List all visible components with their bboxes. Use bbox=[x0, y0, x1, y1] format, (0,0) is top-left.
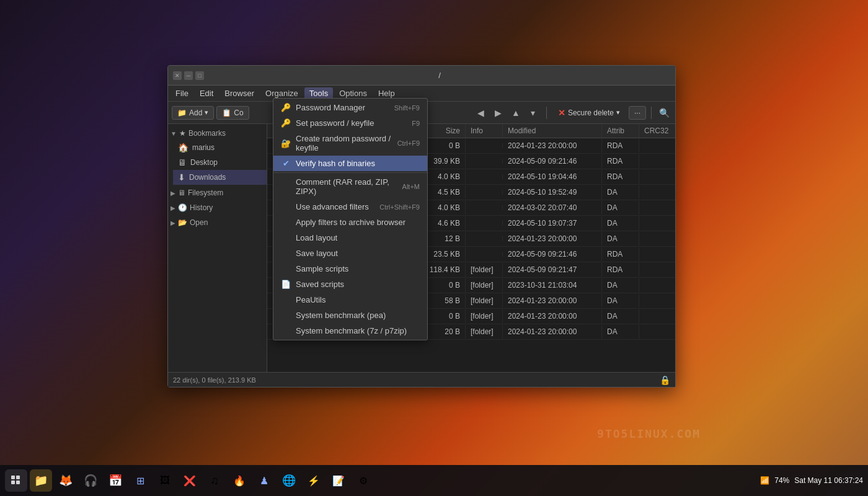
taskbar-icon9[interactable]: 🔥 bbox=[228, 469, 250, 492]
copy-button[interactable]: 📋 Co bbox=[216, 106, 249, 120]
taskbar-icon6[interactable]: 🖼 bbox=[154, 469, 176, 492]
bookmarks-label: Bookmarks bbox=[188, 129, 226, 138]
dm-label-apply-filters: Apply filters to archive browser bbox=[296, 218, 405, 227]
file-info bbox=[466, 190, 503, 195]
dm-label-load-layout: Load layout bbox=[296, 233, 337, 242]
dm-item-apply-filters[interactable]: Apply filters to archive browser bbox=[273, 215, 427, 230]
taskbar-calendar-button[interactable]: 📅 bbox=[104, 469, 126, 492]
taskbar-steam-button[interactable]: ♟ bbox=[253, 469, 275, 492]
chevron-right-icon: ▶ bbox=[170, 190, 175, 197]
chevron-down-icon: ▼ bbox=[170, 130, 177, 137]
dm-label-password-manager: Password Manager bbox=[296, 103, 365, 112]
dm-label-benchmark-7z: System benchmark (7z / p7zip) bbox=[296, 326, 407, 335]
taskbar-settings-button[interactable]: ⚙ bbox=[352, 469, 374, 492]
file-attrib: DA bbox=[602, 278, 639, 292]
file-crc bbox=[639, 314, 675, 319]
dm-label-create-password: Create random password / keyfile bbox=[296, 134, 392, 153]
more-options-button[interactable]: ··· bbox=[629, 106, 646, 120]
dm-label-verify-hash: Verify hash of binaries bbox=[296, 159, 375, 168]
nav-dropdown-button[interactable]: ▾ bbox=[526, 106, 540, 120]
taskbar-vm-button[interactable]: ⊞ bbox=[129, 469, 151, 492]
file-attrib: DA bbox=[602, 232, 639, 246]
file-modified: 2024-01-23 20:00:00 bbox=[503, 325, 602, 339]
minimize-button[interactable]: ─ bbox=[184, 71, 193, 80]
dm-item-sample-scripts[interactable]: Sample scripts bbox=[273, 261, 427, 277]
dm-item-set-password[interactable]: 🔑 Set password / keyfile F9 bbox=[273, 115, 427, 131]
taskbar-apps-grid-button[interactable] bbox=[5, 469, 27, 492]
file-info bbox=[466, 236, 503, 241]
maximize-button[interactable]: □ bbox=[195, 71, 204, 80]
key-create-icon: 🔐 bbox=[281, 139, 291, 148]
history-header[interactable]: ▶ 🕐 History bbox=[168, 201, 267, 215]
taskbar-icon13[interactable]: 📝 bbox=[327, 469, 350, 492]
dm-item-load-layout[interactable]: Load layout bbox=[273, 230, 427, 246]
dm-label-set-password: Set password / keyfile bbox=[296, 118, 374, 128]
file-attrib: DA bbox=[602, 325, 639, 339]
file-attrib: RDA bbox=[602, 263, 639, 277]
sidebar-item-desktop[interactable]: 🖥 Desktop bbox=[173, 155, 267, 170]
taskbar-files-button[interactable]: 📁 bbox=[30, 469, 52, 492]
dm-shortcut-create-password: Ctrl+F9 bbox=[397, 140, 420, 147]
dm-item-comment[interactable]: Comment (RAR read, ZIP, ZIPX) Alt+M bbox=[273, 174, 427, 199]
search-button[interactable]: 🔍 bbox=[657, 105, 671, 120]
close-button[interactable]: ✕ bbox=[173, 71, 182, 80]
file-crc bbox=[639, 205, 675, 210]
file-crc bbox=[639, 267, 675, 272]
desktop-label: Desktop bbox=[190, 158, 218, 167]
desktop-icon: 🖥 bbox=[178, 157, 187, 167]
file-modified: 2024-01-23 20:00:00 bbox=[503, 139, 602, 153]
status-text: 22 dir(s), 0 file(s), 213.9 KB bbox=[173, 376, 256, 384]
taskbar-firefox-button[interactable]: 🦊 bbox=[55, 469, 77, 492]
sidebar: ▼ ★ Bookmarks 🏠 marius 🖥 Desktop ⬇ bbox=[168, 124, 267, 372]
title-bar: ✕ ─ □ / bbox=[168, 66, 675, 86]
dm-item-verify-hash[interactable]: ✔ Verify hash of binaries bbox=[273, 156, 427, 171]
file-modified: 2024-05-10 19:07:37 bbox=[503, 216, 602, 230]
bookmarks-header[interactable]: ▼ ★ Bookmarks bbox=[168, 126, 267, 140]
dm-item-benchmark-pea[interactable]: System benchmark (pea) bbox=[273, 308, 427, 323]
file-modified: 2024-01-23 20:00:00 bbox=[503, 309, 602, 323]
taskbar-icon7[interactable]: ❌ bbox=[179, 469, 201, 492]
dm-item-save-layout[interactable]: Save layout bbox=[273, 246, 427, 261]
taskbar-filezilla-button[interactable]: ⚡ bbox=[303, 469, 325, 492]
svg-rect-1 bbox=[16, 476, 20, 479]
nav-forward-button[interactable]: ▶ bbox=[492, 106, 505, 120]
taskbar-headphone-button[interactable]: 🎧 bbox=[79, 469, 102, 492]
dm-item-peautils[interactable]: PeaUtils bbox=[273, 292, 427, 308]
dm-shortcut-password-manager: Shift+F9 bbox=[394, 104, 420, 112]
sidebar-item-downloads[interactable]: ⬇ Downloads bbox=[173, 170, 267, 185]
dm-item-password-manager[interactable]: 🔑 Password Manager Shift+F9 bbox=[273, 100, 427, 115]
taskbar-chrome-button[interactable]: 🌐 bbox=[278, 469, 300, 492]
dm-label-benchmark-pea: System benchmark (pea) bbox=[296, 311, 386, 320]
history-icon: 🕐 bbox=[178, 203, 187, 212]
col-header-info[interactable]: Info bbox=[466, 124, 503, 138]
file-info: [folder] bbox=[466, 325, 503, 339]
file-crc bbox=[639, 236, 675, 241]
downloads-icon: ⬇ bbox=[178, 172, 185, 182]
sidebar-item-marius[interactable]: 🏠 marius bbox=[173, 140, 267, 155]
dm-item-saved-scripts[interactable]: 📄 Saved scripts bbox=[273, 277, 427, 292]
menu-file[interactable]: File bbox=[170, 87, 193, 99]
nav-up-button[interactable]: ▲ bbox=[509, 106, 523, 120]
dm-item-advanced-filters[interactable]: Use advanced filters Ctrl+Shift+F9 bbox=[273, 199, 427, 215]
history-group: ▶ 🕐 History bbox=[168, 201, 267, 215]
col-header-modified[interactable]: Modified bbox=[503, 124, 602, 138]
open-header[interactable]: ▶ 📂 Open bbox=[168, 216, 267, 229]
add-button[interactable]: 📁 Add ▾ bbox=[172, 106, 214, 120]
filesystem-label: Filesystem bbox=[188, 188, 223, 197]
col-header-crc[interactable]: CRC32 bbox=[639, 124, 675, 138]
file-info bbox=[466, 205, 503, 210]
filesystem-header[interactable]: ▶ 🖥 Filesystem bbox=[168, 186, 267, 200]
menu-edit[interactable]: Edit bbox=[195, 87, 218, 99]
file-modified: 2024-01-23 20:00:00 bbox=[503, 294, 602, 308]
file-modified: 2024-01-23 20:00:00 bbox=[503, 232, 602, 246]
home-icon: 🏠 bbox=[178, 143, 188, 153]
dm-shortcut-set-password: F9 bbox=[412, 120, 420, 127]
dm-item-benchmark-7z[interactable]: System benchmark (7z / p7zip) bbox=[273, 323, 427, 339]
secure-delete-button[interactable]: ✕ Secure delete ▾ bbox=[553, 106, 625, 120]
menu-browser[interactable]: Browser bbox=[219, 87, 259, 99]
svg-rect-3 bbox=[16, 480, 20, 484]
nav-back-button[interactable]: ◀ bbox=[474, 106, 488, 120]
col-header-attrib[interactable]: Attrib bbox=[602, 124, 639, 138]
taskbar-spotify-button[interactable]: ♫ bbox=[203, 469, 226, 492]
dm-item-create-password[interactable]: 🔐 Create random password / keyfile Ctrl+… bbox=[273, 131, 427, 156]
